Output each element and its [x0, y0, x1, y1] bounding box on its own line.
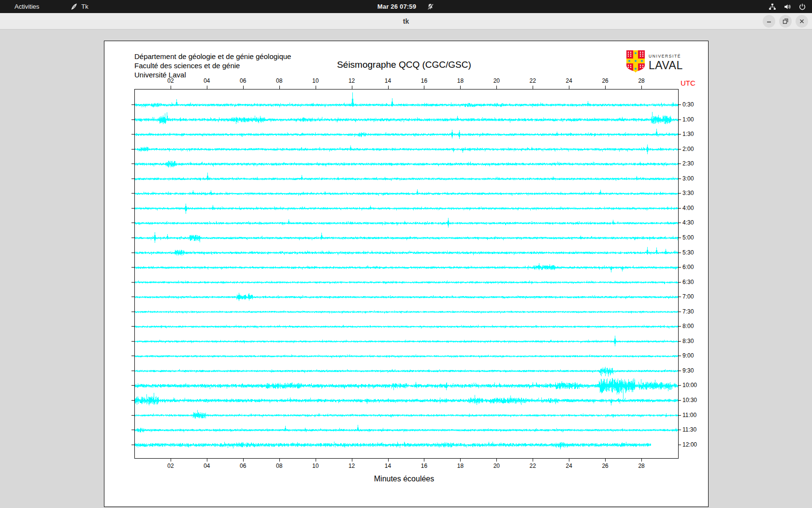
trace-right-tick	[678, 385, 681, 386]
trace-right-tick	[678, 267, 681, 268]
x-tick-label-bottom: 02	[167, 463, 174, 469]
trace-left-tick	[131, 371, 134, 371]
trace-right-tick	[678, 445, 681, 445]
trace-left-tick	[131, 312, 134, 312]
x-tick-bottom	[316, 458, 316, 462]
x-tick-bottom	[243, 458, 244, 462]
header-line-2: Faculté des sciences et de génie	[134, 61, 291, 70]
laval-shield-icon	[625, 49, 646, 75]
trace-row-label: 11:30	[682, 426, 696, 433]
trace-row-label: 4:30	[682, 219, 694, 226]
trace-left-tick	[131, 120, 134, 120]
x-tick-label-bottom: 06	[240, 463, 246, 469]
x-tick-top	[496, 86, 497, 89]
trace-row-label: 11:00	[682, 412, 696, 418]
window-titlebar[interactable]: tk	[0, 13, 812, 30]
trace-row-label: 7:30	[682, 308, 694, 315]
trace-row-label: 10:30	[682, 397, 697, 403]
close-button[interactable]	[796, 15, 808, 28]
trace-row-label: 2:30	[682, 160, 694, 167]
x-tick-label-top: 14	[385, 77, 391, 84]
x-tick-label-top: 10	[312, 77, 319, 84]
x-tick-bottom	[496, 458, 497, 462]
clock-menu[interactable]: Mar 26 07:59	[377, 0, 435, 13]
maximize-button[interactable]	[779, 15, 792, 28]
trace-left-tick	[131, 179, 134, 179]
trace-right-tick	[678, 223, 681, 223]
x-tick-bottom	[279, 458, 280, 462]
trace-row-label: 1:30	[682, 131, 694, 137]
trace-left-tick	[131, 208, 134, 209]
trace-left-tick	[131, 430, 134, 430]
x-tick-label-bottom: 24	[566, 463, 572, 469]
trace-right-tick	[678, 134, 681, 134]
x-tick-top	[171, 86, 171, 89]
x-tick-bottom	[388, 458, 389, 462]
trace-right-tick	[678, 356, 681, 356]
trace-row-label: 5:30	[682, 249, 694, 256]
trace-row-label: 9:00	[682, 352, 694, 359]
trace-row-label: 3:30	[682, 190, 694, 196]
x-tick-label-bottom: 12	[348, 463, 355, 469]
seismogram-canvas	[135, 90, 678, 458]
trace-row-label: 3:00	[682, 175, 694, 182]
x-tick-top	[605, 86, 606, 89]
x-tick-label-bottom: 14	[385, 463, 391, 469]
universite-laval-logo: UNIVERSITÉ LAVAL	[625, 49, 683, 75]
trace-row-label: 10:00	[682, 382, 697, 388]
x-tick-bottom	[171, 458, 171, 462]
trace-left-tick	[131, 238, 134, 238]
x-tick-label-top: 12	[348, 77, 355, 84]
trace-row-label: 0:30	[682, 101, 694, 108]
focused-app-indicator[interactable]: Tk	[70, 3, 88, 11]
x-tick-top	[569, 86, 569, 89]
trace-left-tick	[131, 164, 134, 164]
x-tick-bottom	[569, 458, 569, 462]
x-tick-top	[424, 86, 424, 89]
figure-title: Séismographe QCQ (CGC/GSC)	[337, 60, 471, 70]
x-tick-label-top: 28	[638, 77, 644, 84]
network-icon	[768, 3, 776, 11]
x-tick-label-top: 20	[493, 77, 500, 84]
x-tick-label-top: 08	[276, 77, 282, 84]
trace-row-label: 7:00	[682, 293, 694, 300]
trace-left-tick	[131, 223, 134, 223]
logo-text-universite: UNIVERSITÉ	[649, 54, 683, 59]
header-line-1: Département de géologie et de génie géol…	[134, 52, 291, 61]
window-title: tk	[403, 17, 409, 25]
trace-row-label: 8:00	[682, 323, 694, 329]
trace-right-tick	[678, 120, 681, 120]
x-tick-label-bottom: 20	[493, 463, 500, 469]
trace-left-tick	[131, 267, 134, 268]
minimize-button[interactable]	[763, 15, 775, 28]
tk-icon	[70, 3, 78, 11]
x-tick-label-top: 02	[167, 77, 174, 84]
x-tick-label-top: 22	[530, 77, 536, 84]
trace-left-tick	[131, 282, 134, 283]
logo-text-laval: LAVAL	[649, 59, 683, 72]
trace-row-label: 12:00	[682, 441, 697, 448]
x-tick-label-top: 04	[203, 77, 210, 84]
x-tick-top	[641, 86, 642, 89]
trace-row-label: 4:00	[682, 205, 694, 211]
x-tick-top	[388, 86, 389, 89]
volume-icon	[783, 3, 791, 11]
x-axis-title: Minutes écoulées	[374, 475, 435, 483]
trace-right-tick	[678, 105, 681, 105]
x-tick-label-bottom: 22	[530, 463, 536, 469]
x-tick-bottom	[352, 458, 352, 462]
notifications-disabled-icon	[427, 3, 435, 11]
x-tick-label-top: 24	[566, 77, 572, 84]
tk-window-content: Département de géologie et de génie géol…	[0, 30, 812, 508]
trace-right-tick	[678, 282, 681, 283]
system-status-area[interactable]	[768, 0, 806, 13]
trace-left-tick	[131, 297, 134, 297]
x-tick-label-bottom: 28	[638, 463, 644, 469]
x-tick-bottom	[641, 458, 642, 462]
x-tick-label-bottom: 26	[602, 463, 608, 469]
x-tick-bottom	[533, 458, 533, 462]
activities-button[interactable]: Activities	[12, 3, 42, 10]
x-tick-bottom	[460, 458, 461, 462]
utc-axis-label: UTC	[681, 79, 696, 87]
trace-left-tick	[131, 341, 134, 342]
